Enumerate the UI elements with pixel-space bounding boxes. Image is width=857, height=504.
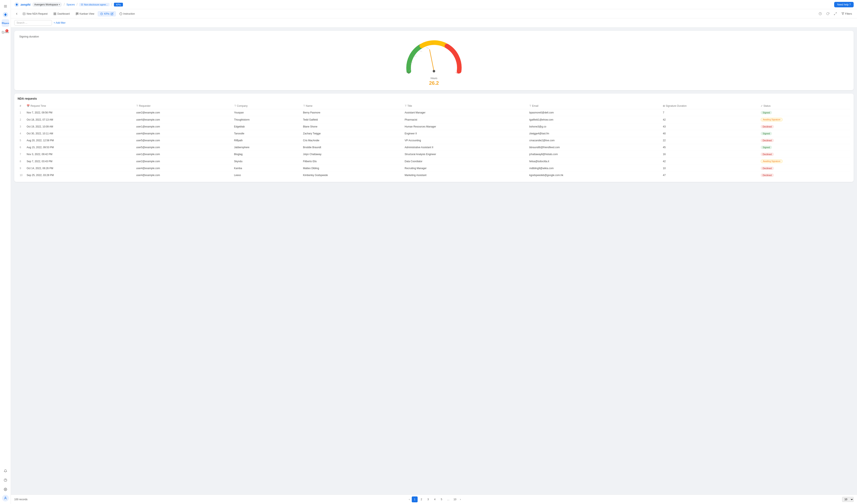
- kpis-breadcrumb-label: KPIs: [116, 3, 121, 6]
- pagination-bar: 100 records ‹ 1 2 3 4 5 … 10 › 10 25 50 …: [11, 494, 857, 504]
- col-header-duration[interactable]: ⊞ Signature Duration: [661, 103, 759, 109]
- svg-line-40: [426, 47, 429, 49]
- app-logo: [2, 12, 9, 18]
- workspace-selector[interactable]: Avengers Workspace ▾: [32, 2, 62, 7]
- table-row[interactable]: 9 Oct 14, 2022, 06:26 PM user4@example.c…: [18, 165, 850, 172]
- cell-title: Structural Analysis Engineer: [403, 151, 527, 158]
- cell-status: Signed: [759, 130, 850, 137]
- cell-num: 2: [18, 116, 24, 123]
- sidebar-item-space[interactable]: Space: [2, 19, 9, 27]
- svg-rect-18: [55, 13, 56, 13]
- user-avatar[interactable]: [2, 495, 9, 502]
- clock-icon[interactable]: [817, 11, 823, 17]
- page-4-button[interactable]: 4: [432, 497, 438, 502]
- settings-icon[interactable]: [2, 486, 9, 493]
- page-3-button[interactable]: 3: [425, 497, 431, 502]
- edit-icon[interactable]: [111, 12, 114, 15]
- page-size-selector[interactable]: 10 25 50 100: [842, 497, 854, 502]
- logo-label: zenphi: [20, 3, 31, 6]
- col-header-company[interactable]: ⊤ Company: [232, 103, 301, 109]
- notifications-icon[interactable]: [2, 467, 9, 475]
- top-navigation: zenphi Avengers Workspace ▾ / Spaces / N…: [11, 0, 857, 9]
- cell-time: Aug 20, 2022, 12:58 PM: [24, 137, 134, 144]
- menu-icon[interactable]: [2, 2, 9, 10]
- col-header-email[interactable]: ⊤ Email: [527, 103, 661, 109]
- cell-title: Recruiting Manager: [403, 165, 527, 172]
- cell-status: Signed: [759, 109, 850, 116]
- table-row[interactable]: 6 Aug 15, 2022, 09:53 PM user5@example.c…: [18, 144, 850, 151]
- kpis-breadcrumb[interactable]: KPIs: [114, 3, 123, 6]
- page-10-button[interactable]: 10: [452, 497, 458, 502]
- expand-icon[interactable]: [832, 11, 838, 17]
- kpis-icon: [100, 12, 103, 15]
- tab-new-nda[interactable]: New NDA Request: [20, 11, 50, 17]
- sidebar-bottom: [2, 467, 9, 502]
- col-header-name[interactable]: ⊤ Name: [301, 103, 403, 109]
- page-2-button[interactable]: 2: [418, 497, 424, 502]
- cell-duration: 10: [661, 165, 759, 172]
- need-help-button[interactable]: Need help ?: [834, 2, 854, 7]
- next-page-button[interactable]: ›: [459, 497, 462, 502]
- cell-name: Broddie Braundt: [301, 144, 403, 151]
- filter-icon: [841, 12, 844, 15]
- app-logo-text[interactable]: zenphi: [14, 2, 31, 7]
- tab-instruction[interactable]: Instruction: [117, 11, 137, 17]
- cell-email: bpasmore0@dell.com: [527, 109, 661, 116]
- table-row[interactable]: 8 Sep 7, 2022, 03:43 PM user2@example.co…: [18, 158, 850, 165]
- tab-kpis[interactable]: KPIs: [98, 11, 116, 17]
- sidebar-item-tasks[interactable]: 6 Tasks: [2, 29, 9, 36]
- cell-name: Cris MacAndie: [301, 137, 403, 144]
- svg-text:20: 20: [431, 42, 434, 45]
- col-header-requester[interactable]: ⊤ Requester: [134, 103, 232, 109]
- table-row[interactable]: 10 Sep 25, 2022, 03:28 PM user4@example.…: [18, 172, 850, 179]
- cell-time: Sep 7, 2022, 03:43 PM: [24, 158, 134, 165]
- cell-time: Oct 14, 2022, 06:26 PM: [24, 165, 134, 172]
- col-header-status[interactable]: ✓ Status: [759, 103, 850, 109]
- pagination-controls: ‹ 1 2 3 4 5 … 10 ›: [407, 497, 462, 502]
- col-header-request-time[interactable]: 📅 Request Time: [24, 103, 134, 109]
- tab-kanban[interactable]: Kanban View: [73, 11, 97, 17]
- col-header-title[interactable]: ⊤ Title: [403, 103, 527, 109]
- content-navigation: New NDA Request Dashboard Kanban View KP…: [11, 9, 857, 18]
- back-button[interactable]: [14, 11, 19, 16]
- cell-status: Declined: [759, 151, 850, 158]
- cell-company: Edgeblab: [232, 123, 301, 130]
- page-1-button[interactable]: 1: [412, 497, 418, 502]
- tab-kpis-label: KPIs: [104, 12, 109, 15]
- cell-email: mdibling9@wikia.com: [527, 165, 661, 172]
- table-row[interactable]: 4 Oct 30, 2022, 10:11 AM user4@example.c…: [18, 130, 850, 137]
- cell-name: Zachary Twigge: [301, 130, 403, 137]
- topnav-right: Need help ?: [834, 2, 854, 7]
- search-input[interactable]: [14, 20, 52, 25]
- table-row[interactable]: 5 Aug 20, 2022, 12:58 PM user5@example.c…: [18, 137, 850, 144]
- cell-title: Marketing Assistant: [403, 172, 527, 179]
- logo-area[interactable]: [2, 12, 9, 18]
- help-icon[interactable]: [2, 476, 9, 484]
- nda-table-title: NDA requests: [18, 97, 850, 100]
- table-row[interactable]: 2 Oct 18, 2022, 07:13 AM user4@example.c…: [18, 116, 850, 123]
- tab-dashboard[interactable]: Dashboard: [51, 11, 72, 17]
- gauge-card: Signing duration: [14, 31, 854, 90]
- cell-company: Kamba: [232, 165, 301, 172]
- table-row[interactable]: 7 Nov 3, 2022, 09:42 PM user1@example.co…: [18, 151, 850, 158]
- cell-requester: user5@example.com: [134, 144, 232, 151]
- cell-duration: 42: [661, 116, 759, 123]
- status-badge: Declined: [761, 153, 774, 156]
- kanban-icon: [75, 12, 79, 15]
- refresh-icon[interactable]: [825, 11, 830, 17]
- spaces-link[interactable]: Spaces: [66, 3, 75, 6]
- cell-time: Nov 3, 2022, 09:42 PM: [24, 151, 134, 158]
- nda-breadcrumb[interactable]: Non-disclosure agree...: [79, 3, 110, 6]
- table-row[interactable]: 3 Oct 19, 2022, 10:09 AM user1@example.c…: [18, 123, 850, 130]
- table-row[interactable]: 1 Nov 7, 2022, 09:56 PM user2@example.co…: [18, 109, 850, 116]
- nda-table-card: NDA requests # 📅 Request Time ⊤ Requeste…: [14, 93, 854, 182]
- tab-instruction-label: Instruction: [123, 12, 135, 15]
- prev-page-button[interactable]: ‹: [407, 497, 411, 502]
- filters-button[interactable]: Filters: [840, 12, 854, 16]
- add-filter-button[interactable]: + Add filter: [54, 21, 66, 24]
- instruction-icon: [119, 12, 122, 15]
- page-5-button[interactable]: 5: [439, 497, 444, 502]
- filter-row: + Add filter: [11, 18, 857, 28]
- cell-requester: user2@example.com: [134, 109, 232, 116]
- gauge-title: Signing duration: [19, 35, 848, 38]
